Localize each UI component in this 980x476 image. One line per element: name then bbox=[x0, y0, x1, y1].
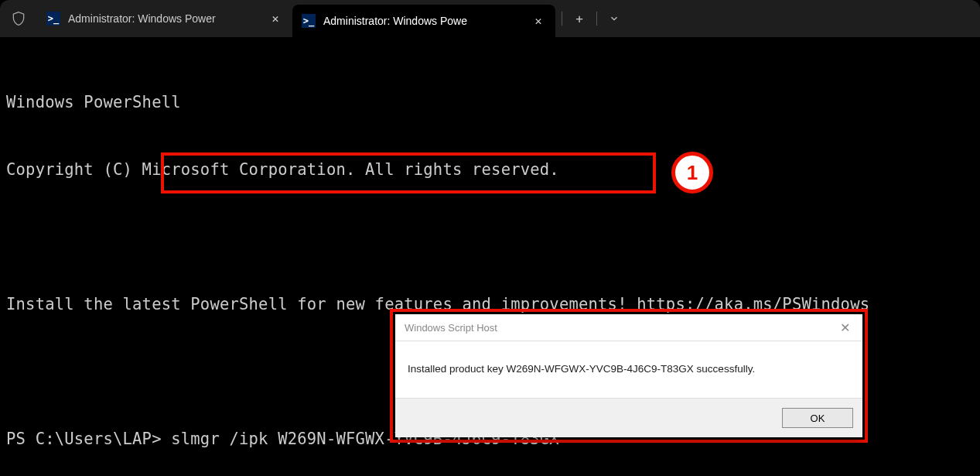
tab-controls: + bbox=[555, 0, 634, 37]
divider bbox=[562, 12, 562, 26]
close-icon[interactable]: ✕ bbox=[827, 314, 862, 341]
ok-button[interactable]: OK bbox=[782, 408, 853, 428]
terminal-line: Windows PowerShell bbox=[6, 91, 974, 114]
tab-title: Administrator: Windows Powe bbox=[323, 15, 523, 27]
terminal-line bbox=[6, 226, 974, 248]
prompt: PS C:\Users\LAP> bbox=[6, 430, 171, 448]
close-icon[interactable]: ✕ bbox=[531, 13, 546, 29]
dialog-title: Windows Script Host bbox=[405, 322, 497, 334]
uac-shield-icon bbox=[0, 0, 37, 37]
tab-inactive-1[interactable]: >_ Administrator: Windows Power ✕ bbox=[37, 0, 292, 37]
tab-title: Administrator: Windows Power bbox=[68, 12, 260, 25]
new-tab-button[interactable]: + bbox=[565, 6, 593, 31]
powershell-icon: >_ bbox=[302, 14, 316, 28]
annotation-callout-1: 1 bbox=[671, 152, 713, 193]
tab-active[interactable]: >_ Administrator: Windows Powe ✕ bbox=[292, 5, 555, 37]
tab-strip: >_ Administrator: Windows Power ✕ >_ Adm… bbox=[37, 0, 980, 37]
window-titlebar: >_ Administrator: Windows Power ✕ >_ Adm… bbox=[0, 0, 980, 37]
dialog-window: Windows Script Host ✕ Installed product … bbox=[395, 314, 862, 437]
dialog-footer: OK bbox=[395, 398, 862, 437]
powershell-icon: >_ bbox=[46, 12, 60, 26]
annotation-highlight-box bbox=[161, 152, 656, 193]
close-icon[interactable]: ✕ bbox=[268, 11, 283, 26]
dialog-titlebar[interactable]: Windows Script Host ✕ bbox=[395, 314, 862, 341]
tab-dropdown-button[interactable] bbox=[600, 6, 628, 31]
divider bbox=[596, 12, 597, 26]
dialog-message: Installed product key W269N-WFGWX-YVC9B-… bbox=[395, 341, 862, 398]
annotation-dialog-highlight: Windows Script Host ✕ Installed product … bbox=[390, 309, 868, 443]
